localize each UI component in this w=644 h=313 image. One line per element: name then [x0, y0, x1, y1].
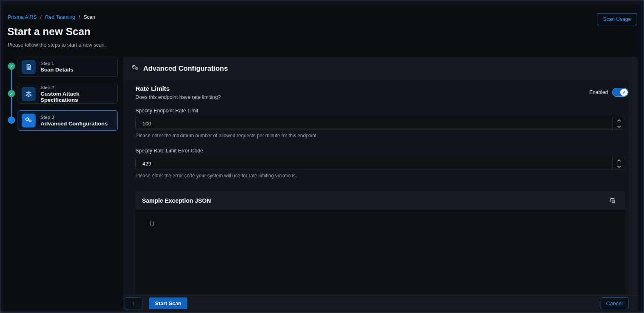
step-number-label: Step 1	[41, 61, 73, 66]
start-scan-button[interactable]: Start Scan	[149, 297, 187, 309]
error-code-label: Specify Rate Limit Error Code	[135, 148, 625, 154]
breadcrumb: Prisma AIRS / Red Teaming / Scan	[8, 14, 95, 20]
scrollbar-track[interactable]	[629, 57, 638, 295]
layers-icon	[22, 87, 36, 101]
breadcrumb-scan: Scan	[83, 14, 95, 20]
breadcrumb-prisma-airs[interactable]: Prisma AIRS	[8, 14, 37, 20]
number-stepper	[612, 157, 625, 170]
sample-json-editor[interactable]: {}	[135, 210, 625, 294]
app-window: Prisma AIRS / Red Teaming / Scan Scan Us…	[3, 4, 641, 312]
endpoint-rate-limit-label: Specify Endpoint Rate Limit	[135, 108, 625, 114]
rate-limits-title: Rate Limits	[135, 85, 221, 92]
breadcrumb-red-teaming[interactable]: Red Teaming	[45, 14, 75, 20]
step-title: Scan Details	[41, 67, 73, 73]
decrement-chevron-down-icon[interactable]	[613, 163, 625, 170]
endpoint-rate-limit-input[interactable]	[136, 117, 612, 130]
sample-json-title: Sample Exception JSON	[142, 197, 211, 204]
step-number-label: Step 3	[41, 115, 108, 120]
page-subtitle: Please follow the steps to start a new s…	[8, 42, 106, 48]
endpoint-rate-limit-helper: Please enter the maximum number of allow…	[135, 133, 625, 139]
advanced-configurations-panel: ⚙⚙ Advanced Configurations Rate Limits D…	[123, 57, 638, 311]
document-icon	[22, 60, 36, 74]
scroll-top-button[interactable]: ↑	[124, 297, 142, 309]
panel-body: Rate Limits Does this endpoint have rate…	[123, 80, 629, 294]
enabled-label: Enabled	[589, 89, 608, 95]
arrow-up-icon: ↑	[132, 300, 135, 307]
step3-active-dot-icon	[8, 116, 15, 124]
breadcrumb-separator: /	[79, 14, 80, 20]
breadcrumb-separator: /	[40, 14, 41, 20]
step1-complete-check-icon: ✓	[8, 63, 15, 70]
step-title: Custom Attack Specifications	[41, 91, 113, 103]
page-title: Start a new Scan	[7, 26, 90, 38]
decrement-chevron-down-icon[interactable]	[613, 123, 625, 130]
panel-header: ⚙⚙ Advanced Configurations	[123, 57, 638, 80]
error-code-input[interactable]	[136, 157, 612, 170]
step-number-label: Step 2	[41, 85, 113, 90]
cancel-button[interactable]: Cancel	[601, 297, 628, 309]
step2-complete-check-icon: ✓	[8, 90, 15, 97]
gears-icon: ⚙⚙	[22, 114, 36, 127]
step-card-scan-details[interactable]: Step 1 Scan Details	[18, 57, 118, 77]
rate-limits-question: Does this endpoint have rate limiting?	[135, 94, 221, 100]
gears-icon: ⚙⚙	[131, 65, 139, 72]
rate-limits-heading: Rate Limits Does this endpoint have rate…	[135, 85, 221, 100]
step-card-advanced-configurations[interactable]: ⚙⚙ Step 3 Advanced Configurations	[18, 110, 118, 131]
sample-exception-json-panel: Sample Exception JSON {}	[135, 191, 625, 294]
section-title: Advanced Configurations	[143, 65, 228, 73]
increment-chevron-up-icon[interactable]	[613, 157, 625, 163]
number-stepper	[612, 117, 625, 130]
step-title: Advanced Configurations	[41, 121, 108, 127]
panel-footer: ↑ Start Scan Cancel	[123, 295, 638, 311]
increment-chevron-up-icon[interactable]	[613, 117, 625, 123]
copy-icon[interactable]	[609, 197, 616, 204]
error-code-helper: Please enter the error code your system …	[135, 173, 625, 179]
sample-json-header: Sample Exception JSON	[135, 191, 625, 210]
rate-limit-toggle[interactable]: ✓	[612, 88, 628, 97]
scan-usage-button[interactable]: Scan Usage	[597, 13, 637, 25]
toggle-check-icon: ✓	[620, 89, 628, 96]
step-card-custom-attack-specifications[interactable]: Step 2 Custom Attack Specifications	[18, 84, 118, 104]
